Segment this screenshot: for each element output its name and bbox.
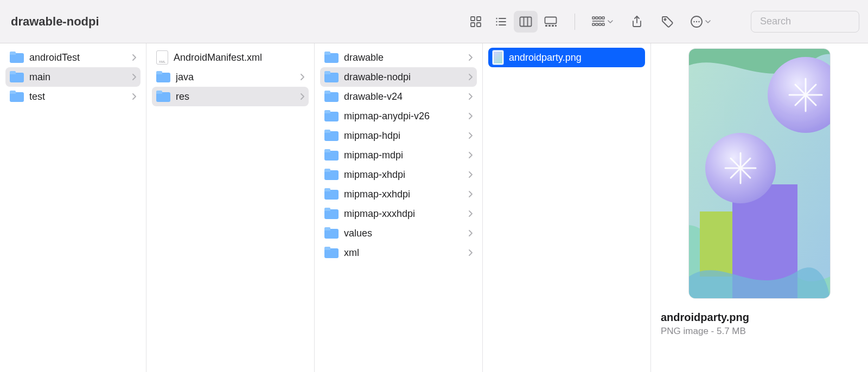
item-label: mipmap-anydpi-v26	[344, 111, 463, 122]
search-field[interactable]	[751, 11, 859, 33]
list-item[interactable]: mipmap-xxxhdpi	[320, 204, 477, 223]
item-label: test	[29, 91, 126, 102]
svg-rect-16	[552, 25, 554, 27]
svg-rect-13	[545, 17, 557, 23]
share-button[interactable]	[625, 11, 649, 33]
folder-icon	[156, 91, 170, 102]
chevron-right-icon	[132, 74, 136, 80]
svg-rect-10	[520, 17, 532, 26]
group-icon	[591, 16, 605, 28]
svg-rect-21	[602, 17, 604, 19]
preview-meta: PNG image - 5.7 MB	[661, 326, 858, 337]
svg-rect-3	[477, 23, 481, 27]
item-label: res	[176, 91, 295, 102]
list-item[interactable]: main	[5, 67, 141, 87]
svg-rect-2	[471, 23, 475, 27]
list-item[interactable]: mipmap-mdpi	[320, 145, 477, 165]
more-button[interactable]	[686, 11, 716, 33]
list-item[interactable]: androidparty.png	[488, 48, 645, 67]
chevron-down-icon	[608, 19, 613, 24]
item-label: mipmap-xxxhdpi	[344, 208, 463, 220]
icon-view-button[interactable]	[464, 11, 488, 33]
item-label: androidTest	[29, 52, 126, 63]
svg-point-4	[496, 17, 497, 18]
preview-filename: androidparty.png	[661, 311, 858, 324]
item-label: values	[344, 228, 463, 239]
item-label: mipmap-hdpi	[344, 130, 463, 142]
chevron-right-icon	[468, 191, 473, 197]
column-2: AndroidManifest.xmljavares	[146, 43, 315, 372]
list-item[interactable]: mipmap-anydpi-v26	[320, 106, 477, 126]
svg-rect-14	[545, 25, 547, 27]
list-item[interactable]: mipmap-hdpi	[320, 126, 477, 145]
svg-point-8	[496, 24, 497, 25]
chevron-right-icon	[468, 74, 473, 80]
folder-icon	[324, 71, 339, 83]
file-icon	[156, 50, 168, 65]
chevron-right-icon	[468, 230, 473, 236]
list-item[interactable]: drawable-nodpi	[320, 67, 477, 87]
columns-browser: androidTestmaintest AndroidManifest.xmlj…	[0, 43, 868, 372]
chevron-right-icon	[468, 249, 473, 256]
svg-rect-25	[599, 23, 601, 25]
list-item[interactable]: res	[152, 87, 309, 106]
chevron-right-icon	[300, 93, 304, 100]
folder-icon	[324, 188, 339, 200]
svg-point-31	[698, 21, 699, 22]
search-input[interactable]	[760, 16, 868, 27]
list-item[interactable]: drawable	[320, 48, 477, 67]
view-switcher	[464, 11, 563, 33]
tag-icon	[661, 15, 674, 28]
folder-icon	[324, 130, 339, 142]
tags-button[interactable]	[655, 11, 679, 33]
chevron-right-icon	[468, 152, 473, 158]
svg-rect-1	[477, 17, 481, 21]
column-view-button[interactable]	[514, 11, 538, 33]
svg-rect-0	[471, 17, 475, 21]
columns-icon	[519, 16, 532, 27]
list-view-button[interactable]	[489, 11, 513, 33]
svg-rect-18	[592, 17, 595, 19]
list-item[interactable]: AndroidManifest.xml	[152, 48, 309, 67]
list-item[interactable]: values	[320, 223, 477, 243]
group-button[interactable]	[587, 11, 618, 33]
list-item[interactable]: drawable-v24	[320, 87, 477, 106]
ellipsis-circle-icon	[690, 15, 703, 28]
list-item[interactable]: test	[5, 87, 141, 106]
svg-point-6	[496, 21, 497, 22]
folder-icon	[10, 71, 24, 83]
folder-icon	[10, 91, 24, 102]
item-label: mipmap-mdpi	[344, 150, 463, 161]
folder-icon	[156, 71, 170, 83]
chevron-right-icon	[468, 171, 473, 178]
item-label: drawable-nodpi	[344, 72, 463, 83]
svg-point-29	[693, 21, 694, 22]
column-4: androidparty.png	[483, 43, 651, 372]
share-icon	[631, 15, 643, 28]
list-item[interactable]: java	[152, 67, 309, 87]
gallery-icon	[544, 16, 557, 27]
svg-rect-26	[602, 23, 604, 25]
column-3: drawabledrawable-nodpidrawable-v24mipmap…	[315, 43, 483, 372]
svg-rect-20	[599, 17, 601, 19]
gallery-view-button[interactable]	[539, 11, 563, 33]
folder-icon	[324, 52, 339, 63]
folder-icon	[324, 208, 339, 220]
chevron-right-icon	[132, 93, 136, 100]
item-label: androidparty.png	[509, 52, 641, 63]
list-item[interactable]: xml	[320, 243, 477, 262]
item-label: xml	[344, 247, 463, 259]
list-item[interactable]: mipmap-xxhdpi	[320, 184, 477, 204]
folder-icon	[10, 52, 24, 63]
list-item[interactable]: androidTest	[5, 48, 141, 67]
item-label: AndroidManifest.xml	[174, 52, 304, 63]
list-item[interactable]: mipmap-xhdpi	[320, 165, 477, 184]
folder-icon	[324, 227, 339, 239]
grid-icon	[470, 16, 482, 28]
folder-icon	[324, 247, 339, 259]
preview-thumbnail[interactable]	[689, 49, 830, 298]
svg-rect-19	[596, 17, 598, 19]
chevron-right-icon	[468, 93, 473, 100]
item-label: java	[176, 72, 295, 83]
svg-rect-24	[596, 23, 598, 25]
